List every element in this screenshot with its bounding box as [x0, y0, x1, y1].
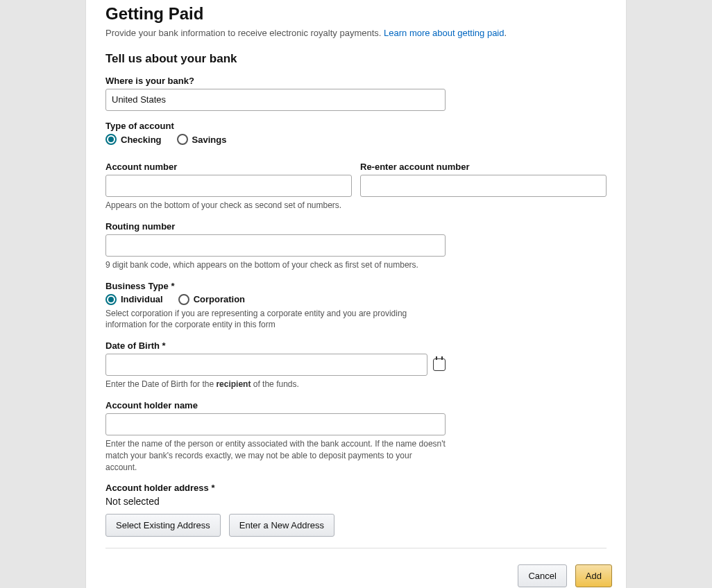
routing-number-hint: 9 digit bank code, which appears on the … [105, 259, 446, 271]
add-button[interactable]: Add [575, 564, 612, 587]
radio-icon [105, 134, 117, 145]
learn-more-link[interactable]: Learn more about getting paid [384, 28, 504, 38]
account-type-checking-radio[interactable]: Checking [105, 134, 162, 145]
business-type-label: Business Type * [105, 281, 446, 291]
account-number-label: Account number [105, 162, 352, 172]
account-number-input[interactable] [105, 175, 352, 197]
business-type-individual-radio[interactable]: Individual [105, 294, 163, 305]
radio-label: Individual [121, 294, 163, 304]
bank-section-title: Tell us about your bank [105, 52, 607, 66]
holder-name-hint: Enter the name of the person or entity a… [105, 438, 446, 473]
dob-hint-post: of the funds. [251, 379, 298, 389]
account-number-hint: Appears on the bottom of your check as s… [105, 200, 352, 211]
page-title: Getting Paid [105, 0, 607, 24]
calendar-icon[interactable] [433, 358, 446, 371]
bank-location-select[interactable]: United States [105, 89, 446, 111]
subheading-text: Provide your bank information to receive… [105, 28, 384, 38]
radio-icon [105, 294, 117, 305]
page-subheading: Provide your bank information to receive… [105, 28, 607, 38]
footer-divider [105, 548, 607, 548]
holder-address-value: Not selected [105, 496, 446, 507]
reenter-account-number-input[interactable] [360, 175, 607, 197]
dob-hint-bold: recipient [216, 379, 251, 389]
dob-label: Date of Birth * [105, 340, 446, 351]
holder-address-label: Account holder address * [105, 483, 446, 493]
reenter-account-number-label: Re-enter account number [360, 162, 607, 172]
dob-input[interactable] [105, 354, 427, 376]
holder-name-label: Account holder name [105, 400, 446, 410]
radio-label: Savings [192, 135, 227, 145]
radio-label: Checking [121, 135, 162, 145]
business-type-corporation-radio[interactable]: Corporation [178, 294, 245, 305]
select-existing-address-button[interactable]: Select Existing Address [105, 514, 221, 537]
account-type-label: Type of account [105, 121, 607, 131]
radio-icon [177, 134, 188, 145]
routing-number-input[interactable] [105, 234, 446, 257]
dob-hint-pre: Enter the Date of Birth for the [105, 379, 216, 389]
radio-icon [178, 294, 189, 305]
business-type-hint: Select corporation if you are representi… [105, 308, 446, 331]
radio-label: Corporation [194, 294, 245, 304]
dob-hint: Enter the Date of Birth for the recipien… [105, 379, 446, 390]
bank-location-label: Where is your bank? [105, 76, 607, 86]
cancel-button[interactable]: Cancel [518, 564, 566, 587]
account-type-savings-radio[interactable]: Savings [177, 134, 227, 145]
holder-name-input[interactable] [105, 413, 446, 435]
enter-new-address-button[interactable]: Enter a New Address [229, 514, 334, 537]
routing-number-label: Routing number [105, 221, 446, 232]
